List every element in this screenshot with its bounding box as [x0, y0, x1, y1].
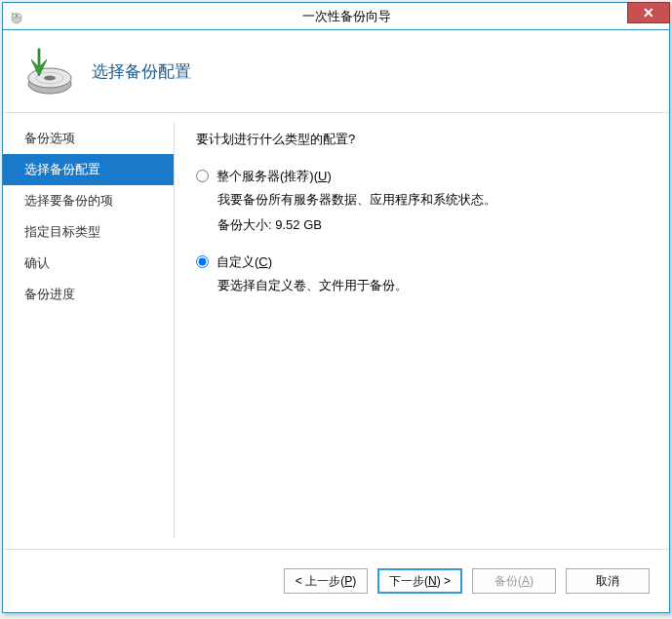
- step-sidebar: 备份选项 选择备份配置 选择要备份的项 指定目标类型 确认 备份进度: [3, 113, 174, 549]
- close-button[interactable]: ✕: [627, 2, 670, 23]
- option-full-server: 整个服务器(推荐)(U) 我要备份所有服务器数据、应用程序和系统状态。 备份大小…: [196, 168, 648, 234]
- backup-icon: [20, 45, 74, 98]
- radio-custom-label: 自定义(C): [217, 253, 272, 271]
- content-heading: 要计划进行什么类型的配置?: [196, 131, 648, 148]
- svg-point-2: [16, 14, 18, 16]
- radio-full-server[interactable]: 整个服务器(推荐)(U): [196, 168, 648, 185]
- radio-full-server-label: 整个服务器(推荐)(U): [217, 168, 332, 185]
- radio-full-server-size: 备份大小: 9.52 GB: [217, 216, 648, 234]
- radio-custom-input[interactable]: [196, 255, 209, 268]
- radio-full-server-input[interactable]: [196, 170, 209, 182]
- radio-custom-desc: 要选择自定义卷、文件用于备份。: [217, 277, 648, 294]
- titlebar: 一次性备份向导 ✕: [3, 3, 669, 30]
- wizard-window: 一次性备份向导 ✕ 选择备份配置 备份选项 选择备份配置 选择要备份的项 指定目…: [2, 2, 670, 613]
- prev-button[interactable]: < 上一步(P): [284, 568, 368, 594]
- next-button[interactable]: 下一步(N) >: [377, 568, 462, 594]
- option-custom: 自定义(C) 要选择自定义卷、文件用于备份。: [196, 253, 648, 294]
- wizard-header: 选择备份配置: [3, 30, 669, 113]
- sidebar-item-dest-type[interactable]: 指定目标类型: [3, 216, 174, 248]
- sidebar-item-select-config[interactable]: 选择备份配置: [3, 154, 174, 185]
- wizard-footer: < 上一步(P) 下一步(N) > 备份(A) 取消: [3, 549, 669, 612]
- backup-button: 备份(A): [472, 568, 556, 594]
- svg-point-5: [44, 75, 56, 80]
- wizard-body: 备份选项 选择备份配置 选择要备份的项 指定目标类型 确认 备份进度 要计划进行…: [3, 113, 669, 549]
- sidebar-item-select-items[interactable]: 选择要备份的项: [3, 185, 174, 216]
- app-icon: [9, 9, 24, 24]
- close-icon: ✕: [643, 5, 654, 20]
- cancel-button[interactable]: 取消: [566, 568, 650, 594]
- radio-full-server-desc: 我要备份所有服务器数据、应用程序和系统状态。: [217, 191, 648, 209]
- radio-custom[interactable]: 自定义(C): [196, 253, 648, 271]
- sidebar-item-confirm[interactable]: 确认: [3, 248, 174, 279]
- page-title: 选择备份配置: [92, 60, 191, 83]
- window-title: 一次性备份向导: [24, 8, 669, 25]
- content-panel: 要计划进行什么类型的配置? 整个服务器(推荐)(U) 我要备份所有服务器数据、应…: [175, 113, 669, 549]
- sidebar-item-backup-options[interactable]: 备份选项: [3, 123, 174, 154]
- sidebar-item-progress[interactable]: 备份进度: [3, 279, 174, 310]
